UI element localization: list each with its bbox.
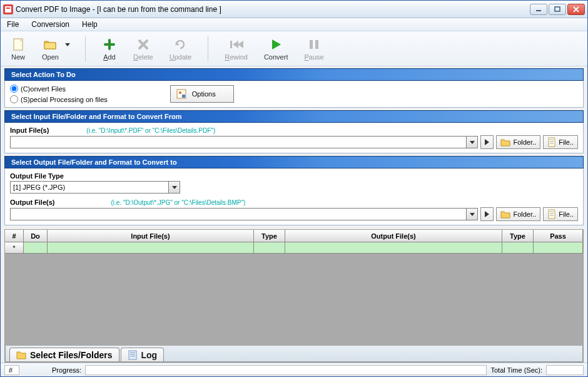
pause-button[interactable]: Pause bbox=[302, 36, 326, 62]
svg-rect-1 bbox=[5, 6, 11, 13]
play-icon bbox=[268, 37, 283, 52]
svg-point-13 bbox=[179, 91, 181, 94]
folder-small-icon bbox=[16, 350, 26, 360]
svg-rect-11 bbox=[315, 40, 318, 49]
folder-icon bbox=[500, 210, 510, 219]
open-dropdown-icon[interactable] bbox=[65, 43, 70, 46]
convert-button[interactable]: Convert bbox=[261, 36, 291, 62]
open-icon bbox=[43, 37, 58, 52]
toolbar: New Open Add Delete Update bbox=[1, 31, 587, 66]
output-type-select[interactable] bbox=[10, 181, 169, 194]
file-icon bbox=[547, 209, 556, 219]
col-input-type[interactable]: Type bbox=[254, 230, 285, 242]
title-bar: Convert PDF to Image - [I can be run fro… bbox=[1, 1, 587, 18]
add-icon bbox=[102, 37, 117, 52]
grid-new-row[interactable]: * bbox=[5, 242, 583, 254]
svg-rect-19 bbox=[549, 210, 555, 219]
input-files-label: Input File(s) bbox=[10, 127, 49, 134]
progress-label: Progress: bbox=[52, 366, 81, 374]
svg-rect-8 bbox=[44, 43, 56, 49]
total-time-value bbox=[546, 365, 584, 375]
input-file-button[interactable]: File.. bbox=[543, 135, 578, 149]
output-folder-button[interactable]: Folder.. bbox=[496, 207, 540, 221]
col-do[interactable]: Do bbox=[24, 230, 48, 242]
rewind-icon bbox=[229, 37, 244, 52]
menu-help[interactable]: Help bbox=[79, 19, 100, 30]
close-button[interactable] bbox=[567, 4, 585, 15]
output-files-hint: (i.e. "D:\Output\*.JPG" or "C:\Files\Det… bbox=[111, 199, 246, 206]
col-input-files[interactable]: Input File(s) bbox=[48, 230, 254, 242]
section-header-action: Select Action To Do bbox=[4, 68, 584, 81]
output-files-field[interactable] bbox=[10, 208, 467, 220]
log-icon bbox=[128, 350, 138, 360]
input-folder-button[interactable]: Folder.. bbox=[496, 135, 540, 149]
section-action: (C)onvert Files (S)pecial Processing on … bbox=[4, 81, 584, 108]
input-play-button[interactable] bbox=[480, 135, 494, 149]
col-output-files[interactable]: Output File(s) bbox=[285, 230, 502, 242]
input-files-dropdown[interactable] bbox=[467, 136, 478, 148]
update-icon bbox=[173, 37, 188, 52]
output-play-button[interactable] bbox=[480, 207, 494, 221]
svg-rect-15 bbox=[549, 138, 555, 147]
svg-rect-2 bbox=[6, 8, 10, 9]
options-icon bbox=[176, 88, 187, 100]
output-type-dropdown[interactable] bbox=[169, 181, 180, 194]
rewind-button[interactable]: Rewind bbox=[222, 36, 250, 62]
progress-bar bbox=[85, 365, 487, 375]
options-button[interactable]: Options bbox=[170, 85, 234, 103]
app-icon bbox=[3, 4, 13, 14]
new-button[interactable]: New bbox=[8, 36, 28, 62]
section-header-output: Select Output File/Folder and Format to … bbox=[4, 156, 584, 168]
delete-button[interactable]: Delete bbox=[131, 36, 156, 62]
tab-select-files[interactable]: Select Files/Folders bbox=[9, 348, 119, 361]
total-time-label: Total Time (Sec): bbox=[490, 366, 542, 374]
col-pass[interactable]: Pass bbox=[534, 230, 583, 242]
section-output: Output File Type Output File(s) (i.e. "D… bbox=[4, 168, 584, 225]
delete-icon bbox=[136, 37, 151, 52]
minimize-button[interactable] bbox=[530, 4, 547, 15]
output-files-label: Output File(s) bbox=[10, 199, 55, 206]
tab-log[interactable]: Log bbox=[121, 348, 165, 361]
svg-rect-10 bbox=[310, 40, 313, 49]
input-files-hint: (i.e. "D:\Input\*.PDF" or "C:\Files\Deta… bbox=[86, 127, 215, 134]
status-bar: # Progress: Total Time (Sec): bbox=[1, 363, 587, 376]
svg-rect-23 bbox=[129, 351, 136, 359]
section-input: Input File(s) (i.e. "D:\Input\*.PDF" or … bbox=[4, 123, 584, 153]
menu-bar: File Conversion Help bbox=[1, 18, 587, 31]
maximize-button[interactable] bbox=[549, 4, 566, 15]
menu-file[interactable]: File bbox=[4, 19, 21, 30]
files-grid: # Do Input File(s) Type Output File(s) T… bbox=[4, 229, 584, 363]
svg-rect-9 bbox=[230, 41, 232, 48]
radio-convert-files[interactable]: (C)onvert Files bbox=[10, 85, 108, 93]
col-output-type[interactable]: Type bbox=[502, 230, 534, 242]
radio-special-processing[interactable]: (S)pecial Processing on files bbox=[10, 95, 108, 103]
new-icon bbox=[11, 37, 26, 52]
status-hash: # bbox=[4, 365, 19, 375]
window-title: Convert PDF to Image - [I can be run fro… bbox=[16, 5, 530, 14]
output-file-button[interactable]: File.. bbox=[543, 207, 578, 221]
add-button[interactable]: Add bbox=[99, 36, 119, 62]
output-type-label: Output File Type bbox=[10, 172, 578, 180]
open-button[interactable]: Open bbox=[39, 36, 61, 62]
input-files-field[interactable] bbox=[10, 136, 467, 148]
output-files-dropdown[interactable] bbox=[467, 208, 478, 220]
file-icon bbox=[547, 137, 556, 147]
svg-rect-4 bbox=[555, 7, 560, 11]
pause-icon bbox=[307, 37, 322, 52]
svg-rect-14 bbox=[182, 95, 185, 98]
menu-conversion[interactable]: Conversion bbox=[29, 19, 72, 30]
update-button[interactable]: Update bbox=[167, 36, 194, 62]
section-header-input: Select Input File/Folder and Format to C… bbox=[4, 110, 584, 123]
col-number[interactable]: # bbox=[5, 230, 24, 242]
folder-icon bbox=[500, 138, 510, 147]
